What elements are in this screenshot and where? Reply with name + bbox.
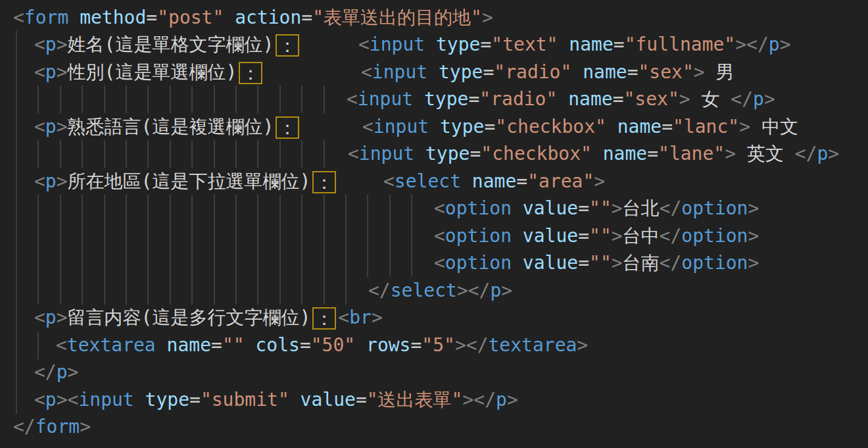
code-segment: <p>姓名(這是單格文字欄位)： xyxy=(34,31,301,59)
equals-sign: = xyxy=(300,334,311,356)
attr-name: type xyxy=(134,389,189,411)
attr-value-string: "sex" xyxy=(623,88,679,110)
code-segment: <input type="checkbox" name="lanc"> 中文 xyxy=(362,113,798,141)
tag-bracket: > xyxy=(594,170,605,192)
attr-name: name xyxy=(461,170,516,192)
equals-sign: = xyxy=(301,7,312,28)
attr-value-string: "" xyxy=(222,334,245,356)
tag-name: option xyxy=(445,225,512,247)
equals-sign: = xyxy=(662,116,673,137)
code-line[interactable]: </select></p> xyxy=(0,277,868,305)
code-line[interactable]: <option value="">台北</option> xyxy=(0,195,868,222)
indent-guides xyxy=(16,113,20,141)
attr-value-string: "sex" xyxy=(638,61,693,83)
unicode-highlight-colon: ： xyxy=(276,34,299,57)
tag-bracket: > xyxy=(828,143,839,164)
indent-guides xyxy=(16,359,20,386)
attr-name: name xyxy=(571,61,627,83)
tag-name: p xyxy=(45,389,57,411)
code-line[interactable]: <p><input type="submit" value="送出表單"></p… xyxy=(0,386,868,414)
code-line[interactable]: <input type="checkbox" name="lane"> 英文 <… xyxy=(0,140,868,168)
indent-guides xyxy=(16,140,342,168)
attr-name: name xyxy=(558,34,613,55)
code-line[interactable]: </p> xyxy=(0,359,868,386)
code-line[interactable]: <option value="">台南</option> xyxy=(0,249,868,277)
tag-bracket: </ xyxy=(660,225,682,247)
tag-bracket: </ xyxy=(34,361,57,383)
tag-bracket: < xyxy=(34,61,45,83)
tag-bracket: > xyxy=(455,334,466,356)
tag-name: p xyxy=(490,280,501,301)
text-content: 姓名(這是單格文字欄位) xyxy=(68,34,274,55)
attr-name: name xyxy=(606,116,662,137)
attr-name: value xyxy=(512,197,578,219)
tag-bracket: </ xyxy=(746,34,769,55)
indent-guides xyxy=(16,222,426,250)
equals-sign: = xyxy=(483,61,494,83)
tag-bracket: > xyxy=(482,7,493,28)
tag-bracket: > xyxy=(748,197,759,219)
code-segment: <p><input type="submit" value="送出表單"></p… xyxy=(34,386,518,414)
equals-sign: = xyxy=(468,88,479,110)
equals-sign: = xyxy=(613,88,624,110)
attr-name: type xyxy=(429,116,484,137)
tag-name: textarea xyxy=(489,334,577,356)
equals-sign: = xyxy=(146,7,157,28)
code-segment: </form> xyxy=(13,413,91,441)
text-content: 英文 xyxy=(736,143,795,164)
attr-name: rows xyxy=(355,334,410,356)
equals-sign: = xyxy=(647,143,658,164)
text-content: 女 xyxy=(690,88,731,110)
tag-bracket: < xyxy=(434,197,445,219)
indent-guides xyxy=(16,277,356,305)
attr-name: type xyxy=(414,143,470,164)
code-line[interactable]: <input type="radio" name="sex"> 女 </p> xyxy=(0,86,868,113)
tag-bracket: < xyxy=(34,116,45,137)
code-line[interactable]: <p>姓名(這是單格文字欄位)：<input type="text" name=… xyxy=(0,31,868,59)
code-segment: <option value="">台中</option> xyxy=(434,222,759,250)
code-line[interactable]: <p>性別(這是單選欄位)：<input type="radio" name="… xyxy=(0,59,868,86)
code-segment: <input type="text" name="fullname"></p> xyxy=(358,31,791,59)
code-line[interactable]: <option value="">台中</option> xyxy=(0,222,868,250)
tag-bracket: </ xyxy=(473,389,496,411)
equals-sign: = xyxy=(516,170,527,192)
attr-value-string: "checkbox" xyxy=(495,116,606,137)
tag-name: p xyxy=(57,361,68,383)
tag-bracket: < xyxy=(347,88,358,110)
tag-bracket: < xyxy=(56,334,67,356)
indent-guides xyxy=(16,249,426,277)
tag-name: input xyxy=(370,34,425,55)
tag-name: form xyxy=(36,416,80,437)
attr-name: type xyxy=(413,88,468,110)
equals-sign: = xyxy=(578,252,589,274)
tag-bracket: > xyxy=(735,34,746,55)
code-segment: <p>所在地區(這是下拉選單欄位)： xyxy=(34,168,338,195)
code-segment: <p>性別(這是單選欄位)： xyxy=(34,59,264,86)
tag-bracket: < xyxy=(338,307,349,328)
tag-name: option xyxy=(445,197,512,219)
equals-sign: = xyxy=(211,334,222,356)
code-line[interactable]: <p>所在地區(這是下拉選單欄位)：<select name="area"> xyxy=(0,168,868,195)
code-line[interactable]: <p>留言内容(這是多行文字欄位)：<br> xyxy=(0,304,868,332)
code-line[interactable]: </form> xyxy=(0,413,868,441)
attr-name: action xyxy=(224,7,301,28)
tag-name: p xyxy=(45,307,57,328)
text-content: 所在地區(這是下拉選單欄位) xyxy=(68,170,311,192)
attr-name: cols xyxy=(245,334,300,356)
tag-bracket: > xyxy=(457,280,468,301)
code-line[interactable]: <form method="post" action="表單送出的目的地"> xyxy=(0,4,868,32)
code-editor[interactable]: <form method="post" action="表單送出的目的地"><p… xyxy=(0,0,868,448)
tag-bracket: > xyxy=(739,116,750,137)
tag-name: p xyxy=(45,61,57,83)
tag-bracket: > xyxy=(57,170,68,192)
code-line[interactable]: <textarea name="" cols="50" rows="5"></t… xyxy=(0,332,868,359)
tag-name: p xyxy=(496,389,507,411)
indent-guides xyxy=(16,304,20,332)
indent-guides xyxy=(16,195,426,222)
tag-name: input xyxy=(372,61,427,83)
attr-value-string: "50" xyxy=(311,334,355,356)
unicode-highlight-colon: ： xyxy=(312,171,336,193)
indent-guides xyxy=(16,86,339,113)
code-segment: <input type="radio" name="sex"> 女 </p> xyxy=(347,86,775,113)
code-line[interactable]: <p>熟悉語言(這是複選欄位)：<input type="checkbox" n… xyxy=(0,113,868,141)
